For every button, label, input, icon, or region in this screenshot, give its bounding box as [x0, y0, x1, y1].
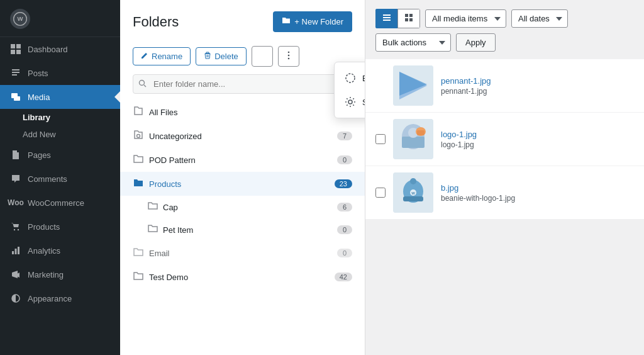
beanie-checkbox[interactable]	[375, 188, 386, 198]
folder-count-email: 0	[337, 249, 352, 257]
folder-count-uncategorized: 7	[337, 132, 352, 140]
svg-text:W: W	[411, 191, 415, 195]
folder-count-pet-item: 0	[337, 225, 352, 234]
svg-rect-39	[417, 130, 425, 135]
media-list: pennant-1.jpg pennant-1.jpg	[365, 59, 644, 355]
svg-rect-29	[405, 18, 408, 21]
new-folder-button[interactable]: + New Folder	[273, 11, 352, 32]
sidebar-item-appearance-label: Appearance	[28, 294, 72, 303]
pennant-info: pennant-1.jpg pennant-1.jpg	[441, 76, 634, 96]
sidebar-subitem-add-new-label: Add New	[23, 130, 56, 139]
sort-button[interactable]	[252, 46, 273, 67]
logo-thumb	[393, 119, 433, 159]
sidebar-item-analytics[interactable]: Analytics	[0, 239, 120, 262]
folder-item-products[interactable]: Products 23	[120, 172, 365, 196]
sidebar-item-comments[interactable]: Comments	[0, 167, 120, 191]
sidebar-item-products-label: Products	[28, 222, 60, 232]
bulk-select-icon	[345, 72, 356, 84]
grid-view-button[interactable]	[397, 9, 420, 28]
comments-icon	[10, 173, 21, 184]
dropdown-settings-label: Settings	[362, 98, 365, 107]
svg-rect-27	[405, 14, 408, 17]
date-filter-select[interactable]: All dates 2024 2023	[511, 9, 568, 28]
folder-item-email[interactable]: Email 0	[120, 241, 365, 265]
main-area: Folders + New Folder Rename Delete	[120, 0, 644, 355]
content-toolbar: All media items Images Audio Video All d…	[365, 0, 644, 59]
logo-checkbox[interactable]	[375, 134, 386, 144]
sidebar-item-media[interactable]: Media	[0, 85, 120, 109]
sidebar-item-appearance[interactable]: Appearance	[0, 286, 120, 310]
delete-label: Delete	[214, 52, 238, 61]
pet-item-folder-icon	[148, 223, 158, 236]
folder-item-pet-item[interactable]: Pet Item 0	[120, 218, 365, 241]
bulk-actions-select[interactable]: Bulk actions Delete	[375, 33, 451, 52]
sidebar-item-marketing[interactable]: Marketing	[0, 262, 120, 286]
sidebar-subitem-library-label: Library	[23, 113, 50, 122]
sidebar-item-pages[interactable]: Pages	[0, 143, 120, 167]
more-options-icon	[284, 50, 294, 62]
sidebar-subitem-library[interactable]: Library	[0, 109, 120, 126]
pennant-name: pennant-1.jpg	[441, 76, 634, 86]
list-view-button[interactable]	[375, 9, 397, 28]
sidebar-subitem-add-new[interactable]: Add New	[0, 126, 120, 143]
dropdown-popup: Bulk Select Settings	[334, 62, 365, 118]
view-toggle-group	[375, 9, 420, 28]
test-demo-folder-icon	[133, 270, 144, 284]
folder-item-cap[interactable]: Cap 6	[120, 196, 365, 218]
folder-item-uncategorized[interactable]: Uncategorized 7	[120, 124, 365, 148]
beanie-thumb: W	[393, 172, 433, 213]
beanie-name: b.jpg	[441, 183, 634, 193]
svg-rect-14	[205, 54, 210, 54]
media-icon	[10, 91, 21, 103]
woocommerce-icon: Woo	[10, 197, 21, 208]
new-folder-label: + New Folder	[294, 17, 343, 26]
svg-rect-3	[16, 44, 21, 48]
logo-info: logo-1.jpg logo-1.jpg	[441, 130, 634, 149]
folder-item-pod-pattern[interactable]: POD Pattern 0	[120, 148, 365, 172]
sidebar-item-products[interactable]: Products	[0, 215, 120, 239]
folder-name-pet-item: Pet Item	[163, 225, 332, 235]
svg-rect-26	[383, 20, 391, 21]
posts-icon	[10, 67, 21, 79]
svg-point-43	[410, 178, 416, 184]
sort-icon	[257, 50, 267, 62]
folder-item-all-files[interactable]: All Files 24	[120, 100, 365, 124]
svg-point-17	[287, 58, 289, 60]
sidebar-item-dashboard[interactable]: Dashboard	[0, 37, 120, 61]
beanie-info: b.jpg beanie-with-logo-1.jpg	[441, 183, 634, 203]
folders-panel: Folders + New Folder Rename Delete	[120, 0, 365, 355]
svg-point-20	[137, 135, 140, 138]
folder-item-test-demo[interactable]: Test Demo 42	[120, 265, 365, 289]
folder-count-test-demo: 42	[335, 273, 352, 281]
folders-header: Folders + New Folder	[120, 0, 365, 41]
folder-name-cap: Cap	[163, 203, 332, 212]
media-item-beanie[interactable]: W b.jpg beanie-with-logo-1.jpg	[365, 166, 644, 220]
sidebar-item-posts[interactable]: Posts	[0, 61, 120, 85]
folder-count-cap: 6	[337, 203, 352, 211]
apply-button[interactable]: Apply	[456, 33, 496, 52]
folder-count-products: 23	[335, 179, 352, 188]
svg-rect-24	[383, 14, 391, 16]
media-item-logo[interactable]: logo-1.jpg logo-1.jpg	[365, 113, 644, 166]
uncategorized-icon	[133, 129, 144, 143]
sidebar-item-dashboard-label: Dashboard	[28, 45, 68, 54]
svg-rect-42	[403, 196, 423, 201]
cap-folder-icon	[148, 201, 158, 213]
folder-name-pod-pattern: POD Pattern	[149, 155, 332, 165]
rename-button[interactable]: Rename	[133, 47, 191, 65]
svg-rect-4	[11, 50, 15, 54]
svg-rect-2	[11, 44, 15, 48]
sidebar-item-woocommerce[interactable]: Woo WooCommerce	[0, 191, 120, 215]
media-filter-select[interactable]: All media items Images Audio Video	[425, 9, 506, 28]
content-panel: All media items Images Audio Video All d…	[365, 0, 644, 355]
more-options-button[interactable]	[278, 46, 299, 67]
dropdown-item-bulk-select[interactable]: Bulk Select	[335, 66, 365, 90]
delete-button[interactable]: Delete	[196, 47, 247, 65]
media-item-pennant[interactable]: pennant-1.jpg pennant-1.jpg	[365, 59, 644, 113]
svg-point-22	[348, 100, 352, 104]
folder-search-input[interactable]	[133, 74, 352, 94]
dropdown-item-settings[interactable]: Settings	[335, 90, 365, 114]
svg-rect-30	[409, 18, 413, 21]
dashboard-icon	[10, 43, 21, 55]
analytics-icon	[10, 245, 21, 256]
